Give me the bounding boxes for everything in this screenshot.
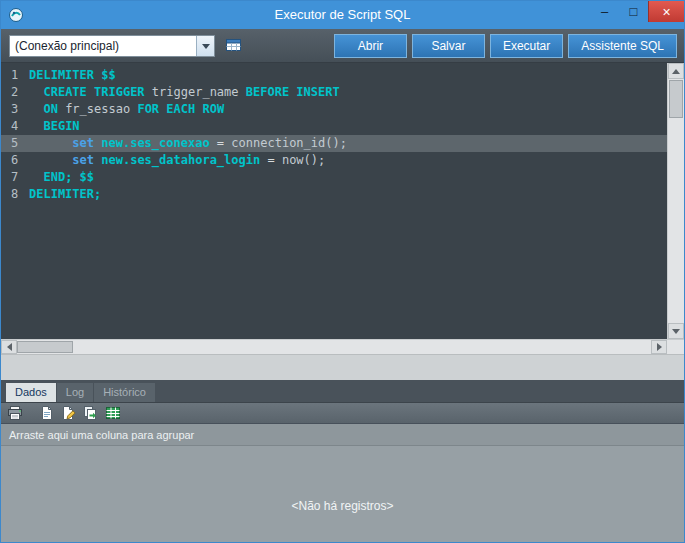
- scroll-right-icon[interactable]: [651, 340, 667, 354]
- tab-bar: DadosLogHistórico: [1, 380, 684, 402]
- scroll-up-icon[interactable]: [668, 63, 684, 79]
- tab-historico[interactable]: Histórico: [94, 383, 155, 402]
- horizontal-scrollbar-thumb[interactable]: [17, 341, 73, 353]
- maximize-button[interactable]: □: [619, 1, 648, 22]
- edit-document-icon[interactable]: [60, 405, 78, 421]
- results-panel: DadosLogHistórico Arraste aqui uma colun…: [1, 380, 684, 542]
- sql-editor[interactable]: 1DELIMITER $$2 CREATE TRIGGER trigger_na…: [1, 63, 667, 339]
- line-number: 2: [1, 84, 29, 101]
- tab-log[interactable]: Log: [57, 383, 93, 402]
- vertical-scrollbar-thumb[interactable]: [669, 80, 683, 118]
- code-text: END; $$: [29, 169, 94, 186]
- toolbar-buttons: AbrirSalvarExecutarAssistente SQL: [334, 34, 677, 58]
- export-excel-icon[interactable]: [104, 405, 122, 421]
- editor-line[interactable]: 7 END; $$: [1, 169, 667, 186]
- horizontal-scrollbar[interactable]: [1, 339, 684, 354]
- chevron-down-icon[interactable]: [196, 36, 214, 56]
- code-text: CREATE TRIGGER trigger_name BEFORE INSER…: [29, 84, 340, 101]
- titlebar[interactable]: Executor de Script SQL – □ ×: [1, 1, 684, 29]
- abrir-button[interactable]: Abrir: [334, 34, 407, 58]
- executar-button[interactable]: Executar: [490, 34, 563, 58]
- tab-dados[interactable]: Dados: [6, 383, 56, 402]
- line-number: 3: [1, 101, 29, 118]
- empty-records-text: <Não há registros>: [291, 499, 393, 513]
- connection-select-value: (Conexão principal): [10, 39, 196, 53]
- group-by-bar[interactable]: Arraste aqui uma coluna para agrupar: [1, 424, 684, 446]
- minimize-button[interactable]: –: [590, 1, 619, 22]
- editor-line[interactable]: 3 ON fr_sessao FOR EACH ROW: [1, 101, 667, 118]
- new-document-icon[interactable]: [38, 405, 56, 421]
- editor-line[interactable]: 2 CREATE TRIGGER trigger_name BEFORE INS…: [1, 84, 667, 101]
- line-number: 7: [1, 169, 29, 186]
- line-number: 5: [1, 135, 29, 152]
- scroll-left-icon[interactable]: [1, 340, 17, 354]
- printer-icon[interactable]: [6, 405, 24, 421]
- scroll-down-icon[interactable]: [668, 323, 684, 339]
- vertical-scrollbar[interactable]: [667, 63, 684, 339]
- assistente-sql-button[interactable]: Assistente SQL: [568, 34, 677, 58]
- code-text: DELIMITER;: [29, 186, 101, 203]
- line-number: 8: [1, 186, 29, 203]
- editor-line[interactable]: 5 set new.ses_conexao = connection_id();: [1, 135, 667, 152]
- code-text: BEGIN: [29, 118, 80, 135]
- close-button[interactable]: ×: [648, 1, 684, 22]
- connection-select[interactable]: (Conexão principal): [9, 35, 215, 57]
- line-number: 6: [1, 152, 29, 169]
- window-controls: – □ ×: [590, 1, 684, 22]
- code-text: DELIMITER $$: [29, 67, 116, 84]
- export-file-icon[interactable]: [82, 405, 100, 421]
- table-icon[interactable]: [225, 37, 243, 53]
- code-text: set new.ses_datahora_login = now();: [29, 152, 325, 169]
- main-toolbar: (Conexão principal) AbrirSalvarExecutarA…: [1, 29, 684, 63]
- line-number: 1: [1, 67, 29, 84]
- grid-toolbar: [1, 402, 684, 424]
- editor-line[interactable]: 6 set new.ses_datahora_login = now();: [1, 152, 667, 169]
- splitter[interactable]: [1, 354, 684, 380]
- editor-line[interactable]: 8DELIMITER;: [1, 186, 667, 203]
- editor-line[interactable]: 1DELIMITER $$: [1, 67, 667, 84]
- code-text: set new.ses_conexao = connection_id();: [29, 135, 347, 152]
- code-text: ON fr_sessao FOR EACH ROW: [29, 101, 224, 118]
- salvar-button[interactable]: Salvar: [412, 34, 485, 58]
- editor-line[interactable]: 4 BEGIN: [1, 118, 667, 135]
- editor-lines: 1DELIMITER $$2 CREATE TRIGGER trigger_na…: [1, 67, 667, 203]
- results-grid: <Não há registros>: [1, 446, 684, 542]
- window-title: Executor de Script SQL: [1, 1, 684, 29]
- sql-script-executor-window: Executor de Script SQL – □ × (Conexão pr…: [0, 0, 685, 543]
- scrollbar-corner: [667, 340, 684, 354]
- line-number: 4: [1, 118, 29, 135]
